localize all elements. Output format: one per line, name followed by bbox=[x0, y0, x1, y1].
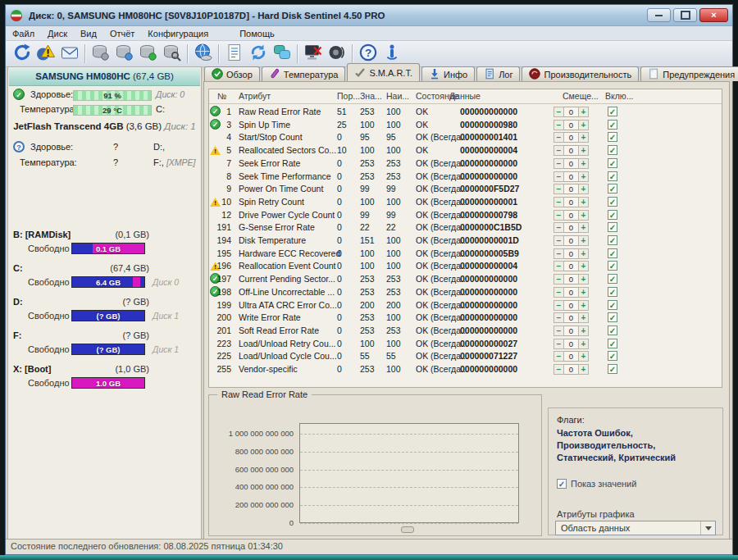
sync-button[interactable] bbox=[246, 43, 270, 65]
table-row[interactable]: 201Soft Read Error Rate0253253OK (Всегда… bbox=[209, 325, 722, 338]
menu-item-6[interactable]: Помощь bbox=[233, 28, 281, 39]
comments-button[interactable] bbox=[270, 43, 294, 65]
chevron-down-icon[interactable] bbox=[700, 521, 715, 535]
enabled-checkbox[interactable]: ✓ bbox=[608, 145, 617, 155]
offset-increment-button[interactable]: + bbox=[578, 287, 589, 298]
offset-increment-button[interactable]: + bbox=[578, 132, 589, 143]
enabled-checkbox[interactable]: ✓ bbox=[608, 312, 617, 322]
info-button[interactable] bbox=[380, 43, 403, 65]
offset-increment-button[interactable]: + bbox=[578, 235, 589, 246]
offset-increment-button[interactable]: + bbox=[578, 274, 589, 285]
offset-increment-button[interactable]: + bbox=[578, 300, 589, 311]
enabled-checkbox[interactable]: ✓ bbox=[608, 184, 617, 193]
enabled-checkbox[interactable]: ✓ bbox=[608, 364, 617, 374]
tab-лог[interactable]: Лог bbox=[476, 66, 520, 81]
column-header[interactable]: № bbox=[217, 91, 226, 101]
menu-item-5[interactable]: Конфигурация bbox=[141, 28, 215, 39]
offset-decrement-button[interactable]: − bbox=[554, 171, 564, 182]
offset-decrement-button[interactable]: − bbox=[554, 287, 564, 298]
offset-increment-button[interactable]: + bbox=[578, 107, 589, 117]
tab-инфо[interactable]: Инфо bbox=[421, 66, 475, 81]
offset-decrement-button[interactable]: − bbox=[554, 235, 564, 246]
offset-increment-button[interactable]: + bbox=[578, 351, 589, 362]
offset-decrement-button[interactable]: − bbox=[554, 184, 564, 194]
column-header[interactable]: Вклю... bbox=[605, 91, 633, 101]
table-row[interactable]: 191G-Sense Error Rate02222OK (Всегда...0… bbox=[209, 221, 722, 234]
disk-ok-button[interactable] bbox=[136, 43, 160, 65]
offset-increment-button[interactable]: + bbox=[578, 210, 589, 221]
table-row[interactable]: 9Power On Time Count09999OK (Всегда...00… bbox=[209, 183, 722, 196]
enabled-checkbox[interactable]: ✓ bbox=[608, 339, 617, 348]
offset-increment-button[interactable]: + bbox=[578, 145, 589, 156]
offset-increment-button[interactable]: + bbox=[578, 261, 589, 271]
offset-increment-button[interactable]: + bbox=[578, 339, 589, 349]
menu-item-4[interactable]: Отчёт bbox=[103, 28, 141, 39]
enabled-checkbox[interactable]: ✓ bbox=[608, 158, 617, 168]
table-row[interactable]: ✓198Off-Line Uncorrectable ...0253253OK … bbox=[209, 286, 722, 299]
monitor-error-button[interactable] bbox=[301, 43, 325, 65]
offset-decrement-button[interactable]: − bbox=[554, 210, 564, 221]
device-item-samsung[interactable]: SAMSUNG HM080HC (67,4 GB) bbox=[9, 68, 200, 86]
table-row[interactable]: 194Disk Temperature0151100OK (Всегда...0… bbox=[209, 234, 722, 248]
enabled-checkbox[interactable]: ✓ bbox=[608, 107, 617, 116]
menu-item-2[interactable]: Диск bbox=[41, 28, 74, 39]
enabled-checkbox[interactable]: ✓ bbox=[608, 300, 617, 310]
column-header[interactable]: Данные bbox=[449, 91, 481, 101]
column-header[interactable]: Зна... bbox=[360, 91, 382, 101]
offset-decrement-button[interactable]: − bbox=[554, 132, 564, 143]
offset-decrement-button[interactable]: − bbox=[554, 120, 564, 130]
table-row[interactable]: 199Ultra ATA CRC Error Co...0200200OK (В… bbox=[209, 299, 722, 312]
column-header[interactable]: Пор... bbox=[337, 91, 360, 101]
enabled-checkbox[interactable]: ✓ bbox=[608, 261, 617, 271]
table-row[interactable]: ✓3Spin Up Time25100100OK000000000980−0+✓ bbox=[209, 119, 722, 132]
close-button[interactable]: × bbox=[699, 8, 728, 22]
table-row[interactable]: !10Spin Retry Count0100100OK (Всегда...0… bbox=[209, 196, 722, 209]
help-button[interactable]: ? bbox=[356, 43, 380, 65]
offset-decrement-button[interactable]: − bbox=[554, 300, 564, 311]
chart-hscroll-thumb[interactable] bbox=[401, 526, 414, 533]
table-row[interactable]: 255Vendor-specific0253100OK (Всегда...00… bbox=[209, 363, 722, 376]
offset-decrement-button[interactable]: − bbox=[554, 158, 564, 169]
enabled-checkbox[interactable]: ✓ bbox=[608, 197, 617, 207]
maximize-button[interactable] bbox=[673, 8, 697, 22]
enabled-checkbox[interactable]: ✓ bbox=[608, 222, 617, 232]
enabled-checkbox[interactable]: ✓ bbox=[608, 287, 617, 297]
offset-decrement-button[interactable]: − bbox=[554, 197, 564, 207]
offset-decrement-button[interactable]: − bbox=[554, 222, 564, 233]
offset-increment-button[interactable]: + bbox=[578, 197, 589, 207]
table-row[interactable]: 225Load/Unload Cycle Cou...05555OK (Всег… bbox=[209, 350, 722, 363]
enabled-checkbox[interactable]: ✓ bbox=[608, 120, 617, 130]
enabled-checkbox[interactable]: ✓ bbox=[608, 171, 617, 181]
tab-предупреждения[interactable]: Предупреждения bbox=[640, 66, 738, 81]
enabled-checkbox[interactable]: ✓ bbox=[608, 235, 617, 245]
enabled-checkbox[interactable]: ✓ bbox=[608, 351, 617, 361]
enabled-checkbox[interactable]: ✓ bbox=[608, 274, 617, 284]
checkbox-icon[interactable]: ✓ bbox=[557, 479, 567, 489]
network-globe-button[interactable] bbox=[191, 43, 215, 65]
offset-increment-button[interactable]: + bbox=[578, 158, 589, 169]
offset-increment-button[interactable]: + bbox=[578, 248, 589, 259]
table-row[interactable]: 4Start/Stop Count09595OK (Всегда...00000… bbox=[209, 131, 722, 144]
report-doc-button[interactable] bbox=[222, 43, 246, 65]
offset-decrement-button[interactable]: − bbox=[554, 248, 564, 259]
table-row[interactable]: 7Seek Error Rate0253253OK (Всегда...0000… bbox=[209, 157, 722, 171]
enabled-checkbox[interactable]: ✓ bbox=[608, 132, 617, 142]
offset-increment-button[interactable]: + bbox=[578, 312, 589, 323]
device-item-jetflash[interactable]: JetFlash Transcend 4GB (3,6 GB) Диск: 1 bbox=[8, 121, 201, 131]
show-values-checkbox[interactable]: ✓ Показ значений bbox=[557, 479, 636, 489]
column-header[interactable]: Наи... bbox=[386, 91, 409, 101]
offset-decrement-button[interactable]: − bbox=[554, 274, 564, 285]
sound-button[interactable] bbox=[325, 43, 348, 65]
offset-increment-button[interactable]: + bbox=[578, 184, 589, 194]
menu-item-1[interactable]: Файл bbox=[6, 28, 41, 39]
tab-обзор[interactable]: Обзор bbox=[204, 66, 260, 81]
offset-decrement-button[interactable]: − bbox=[554, 312, 564, 323]
enabled-checkbox[interactable]: ✓ bbox=[608, 248, 617, 258]
offset-increment-button[interactable]: + bbox=[578, 364, 589, 375]
tab-производительность[interactable]: Производительность bbox=[522, 66, 639, 81]
offset-decrement-button[interactable]: − bbox=[554, 339, 564, 349]
table-row[interactable]: 195Hardware ECC Recovered0100100OK (Всег… bbox=[209, 248, 722, 261]
refresh-button[interactable] bbox=[10, 43, 34, 65]
menu-item-3[interactable]: Вид bbox=[74, 28, 103, 39]
offset-decrement-button[interactable]: − bbox=[554, 326, 564, 336]
